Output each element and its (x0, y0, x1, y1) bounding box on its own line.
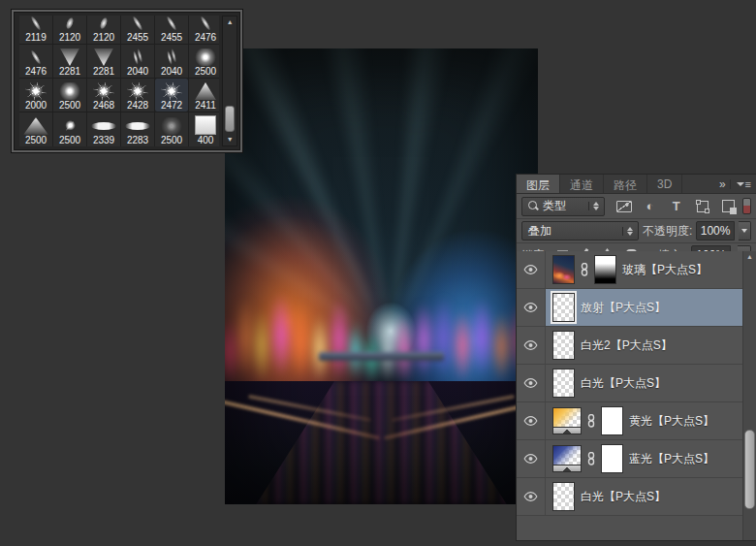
scroll-down-icon[interactable]: ▼ (227, 136, 234, 144)
visibility-cell[interactable] (517, 251, 546, 288)
layer-row[interactable]: 白光【P大点S】 (517, 365, 756, 402)
layer-row-selected[interactable]: 放射【P大点S】 (517, 289, 756, 327)
brush-stroke-icon (193, 82, 218, 100)
brush-preset[interactable]: 2500 (155, 112, 188, 146)
filter-type-label: 类型 (543, 198, 566, 214)
eye-icon (523, 454, 538, 464)
filter-shape-layers-icon[interactable] (694, 199, 711, 214)
brush-preset[interactable]: 2119 (19, 16, 52, 44)
brush-preset[interactable]: 2455 (121, 16, 154, 44)
tab-3d[interactable]: 3D (647, 175, 682, 193)
layer-thumbnail[interactable] (552, 445, 582, 466)
layer-row[interactable]: 蓝光【P大点S】 (517, 440, 756, 478)
brush-preset[interactable]: 2040 (155, 45, 188, 78)
filter-toggle-switch[interactable] (742, 198, 751, 214)
filter-type-dropdown[interactable]: 类型 (521, 197, 605, 216)
visibility-cell[interactable] (517, 365, 546, 401)
brush-stroke-icon (23, 82, 48, 100)
layer-thumbnail[interactable] (552, 369, 575, 398)
layer-name[interactable]: 白光【P大点S】 (581, 375, 666, 392)
brush-preset[interactable]: 2428 (121, 79, 154, 112)
brush-preset[interactable]: 2000 (19, 79, 52, 112)
tab-layers[interactable]: 图层 (517, 175, 560, 193)
eye-icon (523, 378, 538, 388)
eye-icon (523, 416, 538, 426)
brush-size-label: 2283 (127, 135, 148, 145)
brush-preset[interactable]: 2411 (189, 79, 219, 112)
panel-tab-bar: 图层 通道 路径 3D » ≡ (517, 175, 756, 194)
layers-panel: 图层 通道 路径 3D » ≡ 类型 ◐ T 叠加 不透明度: 100% (517, 175, 756, 540)
layer-thumbnail[interactable] (552, 407, 582, 428)
layer-name[interactable]: 白光【P大点S】 (581, 489, 666, 505)
layer-name[interactable]: 玻璃【P大点S】 (622, 262, 708, 278)
brush-preset[interactable]: 2283 (121, 112, 154, 146)
filter-type-layers-icon[interactable]: T (668, 199, 685, 214)
brush-scrollbar[interactable]: ▲ ▼ (222, 16, 237, 146)
blend-mode-dropdown[interactable]: 叠加 (521, 221, 639, 241)
tab-paths[interactable]: 路径 (604, 175, 647, 193)
panel-menu-icon[interactable]: ≡ (730, 179, 751, 189)
filter-adjustment-layers-icon[interactable]: ◐ (642, 199, 659, 214)
brush-size-label: 2500 (161, 135, 182, 145)
brush-preset[interactable]: 2500 (19, 112, 52, 146)
brush-stroke-icon (91, 48, 116, 66)
brush-preset[interactable]: 2120 (87, 16, 120, 44)
brush-preset[interactable]: 2500 (189, 45, 219, 78)
layer-name[interactable]: 黄光【P大点S】 (629, 413, 714, 430)
brush-preset[interactable]: 2281 (87, 45, 120, 78)
brush-preset[interactable]: 2476 (19, 45, 52, 78)
layer-row[interactable]: 白光【P大点S】 (517, 478, 756, 516)
layer-row[interactable]: 白光2【P大点S】 (517, 327, 756, 365)
scroll-up-icon[interactable]: ▲ (743, 251, 756, 260)
layer-thumbnail[interactable] (552, 255, 575, 284)
visibility-cell[interactable] (517, 440, 546, 477)
brush-preset[interactable]: 2468 (87, 79, 120, 112)
layer-row[interactable]: 黄光【P大点S】 (517, 402, 756, 440)
layer-mask-thumbnail[interactable] (601, 444, 623, 473)
layer-list-scrollbar[interactable]: ▲ (742, 251, 756, 540)
layer-mask-thumbnail[interactable] (594, 255, 616, 284)
brush-preset-selected[interactable]: 2472 (155, 79, 188, 112)
link-icon[interactable] (587, 414, 595, 428)
brush-size-label: 2281 (93, 66, 114, 77)
visibility-cell[interactable] (517, 327, 546, 364)
filter-smart-objects-icon[interactable] (720, 199, 738, 214)
brush-size-label: 2500 (195, 66, 216, 77)
visibility-cell[interactable] (517, 289, 546, 326)
brush-preset[interactable]: 2476 (189, 16, 219, 44)
document-canvas[interactable] (225, 48, 538, 504)
visibility-cell[interactable] (517, 478, 546, 515)
brush-preset[interactable]: 2040 (121, 45, 154, 78)
layer-name[interactable]: 蓝光【P大点S】 (629, 451, 714, 467)
scrollbar-thumb[interactable] (744, 430, 755, 509)
layer-row[interactable]: 玻璃【P大点S】 (517, 251, 756, 289)
brush-preset[interactable]: 2120 (53, 16, 86, 44)
brush-preset[interactable]: 400 (189, 112, 219, 146)
blend-row: 叠加 不透明度: 100% (517, 219, 756, 243)
brush-preset[interactable]: 2500 (53, 112, 86, 146)
visibility-cell[interactable] (517, 402, 546, 439)
layer-name[interactable]: 白光2【P大点S】 (581, 337, 673, 354)
layer-thumbnail[interactable] (552, 331, 575, 360)
layer-thumbnail[interactable] (552, 482, 575, 511)
brush-size-label: 2468 (93, 100, 114, 111)
brush-preset[interactable]: 2339 (87, 112, 120, 146)
link-icon[interactable] (581, 263, 588, 276)
brush-preset[interactable]: 2455 (155, 16, 188, 44)
opacity-value-field[interactable]: 100% (696, 221, 735, 241)
brush-stroke-icon (159, 48, 184, 66)
layer-name[interactable]: 放射【P大点S】 (581, 300, 666, 316)
filter-pixel-layers-icon[interactable] (615, 199, 633, 214)
link-icon[interactable] (587, 452, 595, 466)
brush-preset[interactable]: 2281 (53, 45, 86, 78)
tab-channels[interactable]: 通道 (560, 175, 604, 193)
layer-mask-thumbnail[interactable] (601, 406, 623, 435)
scrollbar-thumb[interactable] (225, 106, 235, 132)
search-icon (528, 201, 539, 211)
layer-thumbnail[interactable] (552, 293, 575, 322)
collapse-panel-icon[interactable]: » (719, 177, 724, 191)
brush-preset[interactable]: 2500 (53, 79, 86, 112)
brush-size-label: 2428 (127, 100, 148, 111)
opacity-dropdown-icon[interactable] (739, 221, 751, 241)
scroll-up-icon[interactable]: ▲ (227, 18, 234, 26)
